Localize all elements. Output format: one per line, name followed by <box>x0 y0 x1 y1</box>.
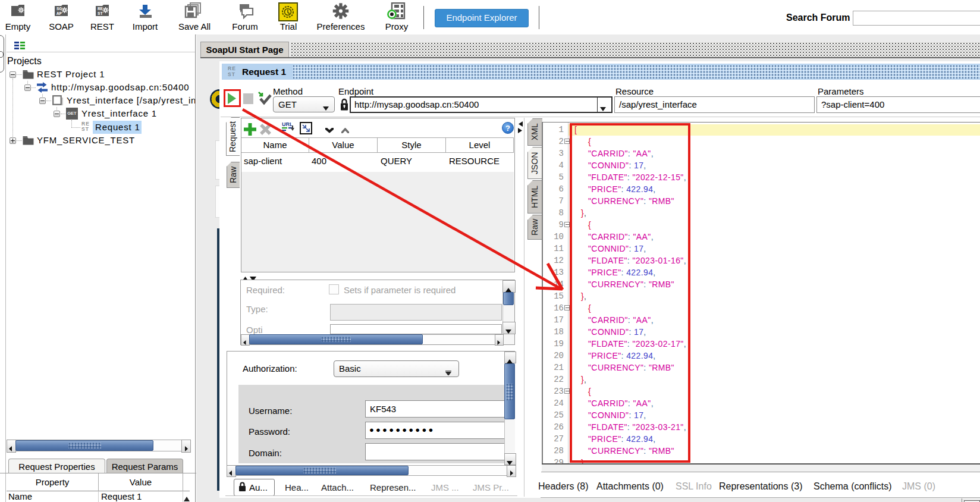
svg-text:SO: SO <box>56 7 62 11</box>
svg-text:RE: RE <box>98 7 103 11</box>
svg-text:URL: URL <box>282 121 293 127</box>
svg-text:AP: AP <box>56 11 62 16</box>
svg-text:ST: ST <box>98 11 103 16</box>
